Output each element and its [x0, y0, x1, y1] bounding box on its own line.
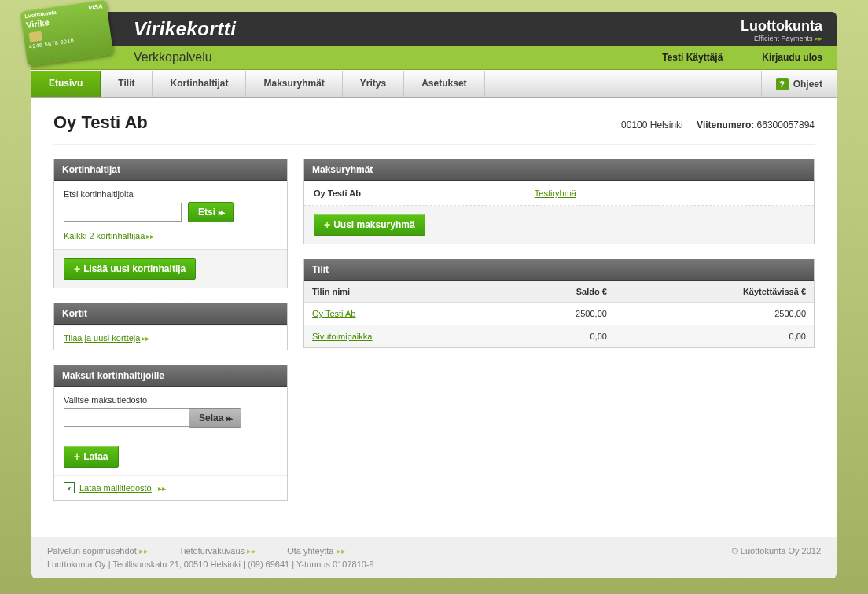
nav-home[interactable]: Etusivu: [31, 71, 101, 97]
cards-panel: Kortit Tilaa ja uusi kortteja▸▸: [53, 302, 288, 350]
accounts-title: Tilit: [304, 259, 814, 281]
username-label: Testi Käyttäjä: [662, 52, 723, 63]
nav-cardholders[interactable]: Kortinhaltijat: [153, 71, 246, 97]
paygroups-panel: Maksuryhmät Oy Testi Ab Testiryhmä + Uus…: [303, 159, 815, 244]
app-title: Virikekortti: [134, 18, 237, 40]
download-template-link[interactable]: Lataa mallitiedosto: [79, 483, 152, 493]
upload-button[interactable]: + Lataa: [64, 446, 119, 468]
app-subtitle: Verkkopalvelu: [134, 50, 212, 64]
plus-icon: +: [324, 218, 330, 231]
nav-bar: Etusivu Tilit Kortinhaltijat Maksuryhmät…: [31, 70, 837, 98]
plus-icon: +: [74, 450, 80, 463]
nav-accounts[interactable]: Tilit: [101, 71, 153, 97]
plus-icon: +: [74, 262, 80, 275]
footer-address: Luottokunta Oy | Teollisuuskatu 21, 0051…: [47, 559, 374, 569]
account-balance: 2500,00: [496, 302, 615, 325]
payment-file-input[interactable]: [64, 408, 189, 427]
col-account-name: Tilin nimi: [304, 281, 496, 302]
account-row: Oy Testi Ab 2500,00 2500,00: [304, 302, 814, 325]
footer-security-link[interactable]: Tietoturvakuvaus: [179, 546, 245, 556]
xls-icon: x: [64, 482, 75, 493]
col-available: Käytettävissä €: [615, 281, 814, 302]
footer-contact-link[interactable]: Ota yhteyttä: [287, 546, 333, 556]
add-cardholder-button[interactable]: + Lisää uusi kortinhaltija: [64, 258, 196, 280]
footer-copyright: © Luottokunta Oy 2012: [732, 546, 821, 569]
col-balance: Saldo €: [496, 281, 615, 302]
provider-logo: Luottokunta Efficient Payments ▸▸: [741, 18, 822, 42]
account-row: Sivutoimipaikka 0,00 0,00: [304, 325, 814, 348]
search-label: Etsi kortinhaltijoita: [64, 189, 278, 199]
all-cardholders-link[interactable]: Kaikki 2 kortinhaltijaa: [64, 231, 145, 240]
paygroup-row: Oy Testi Ab Testiryhmä: [304, 182, 814, 206]
page-title: Oy Testi Ab: [53, 112, 148, 133]
account-balance: 0,00: [496, 325, 615, 348]
file-label: Valitse maksutiedosto: [64, 395, 278, 405]
cardholders-title: Kortinhaltijat: [54, 160, 287, 182]
nav-paygroups[interactable]: Maksuryhmät: [246, 71, 342, 97]
logout-link[interactable]: Kirjaudu ulos: [762, 52, 822, 63]
account-link[interactable]: Sivutoimipaikka: [312, 332, 372, 341]
payments-title: Maksut kortinhaltijoille: [54, 365, 287, 387]
nav-help[interactable]: ? Ohjeet: [761, 71, 837, 97]
accounts-panel: Tilit Tilin nimi Saldo € Käytettävissä €: [303, 258, 815, 348]
footer: Palvelun sopimusehdot ▸▸ Tietoturvakuvau…: [31, 537, 837, 578]
cards-title: Kortit: [54, 303, 287, 325]
browse-button[interactable]: Selaa▸▸: [189, 408, 241, 428]
paygroup-name: Oy Testi Ab: [314, 189, 535, 198]
title-bar: Virikekortti Luottokunta Efficient Payme…: [31, 12, 837, 46]
nav-company[interactable]: Yritys: [343, 71, 404, 97]
payments-panel: Maksut kortinhaltijoille Valitse maksuti…: [53, 365, 288, 500]
accounts-table: Tilin nimi Saldo € Käytettävissä € Oy Te…: [304, 281, 814, 347]
city-label: 00100 Helsinki: [621, 119, 683, 130]
account-available: 0,00: [615, 325, 814, 348]
reference-number: 66300057894: [757, 119, 815, 130]
order-cards-link[interactable]: Tilaa ja uusi kortteja: [64, 333, 140, 343]
account-link[interactable]: Oy Testi Ab: [312, 309, 355, 318]
sub-bar: Verkkopalvelu Testi Käyttäjä Kirjaudu ul…: [31, 46, 837, 70]
search-button[interactable]: Etsi▸▸: [188, 202, 234, 222]
paygroups-title: Maksuryhmät: [304, 160, 814, 182]
nav-settings[interactable]: Asetukset: [404, 71, 484, 97]
page-header: Oy Testi Ab 00100 Helsinki Viitenumero: …: [53, 112, 815, 145]
help-icon: ?: [776, 78, 789, 90]
account-available: 2500,00: [615, 302, 814, 325]
cardholders-panel: Kortinhaltijat Etsi kortinhaltijoita Ets…: [53, 159, 288, 288]
add-paygroup-button[interactable]: + Uusi maksuryhmä: [314, 214, 425, 236]
footer-terms-link[interactable]: Palvelun sopimusehdot: [47, 546, 137, 556]
cardholder-search-input[interactable]: [64, 203, 182, 222]
paygroup-link[interactable]: Testiryhmä: [535, 189, 576, 198]
